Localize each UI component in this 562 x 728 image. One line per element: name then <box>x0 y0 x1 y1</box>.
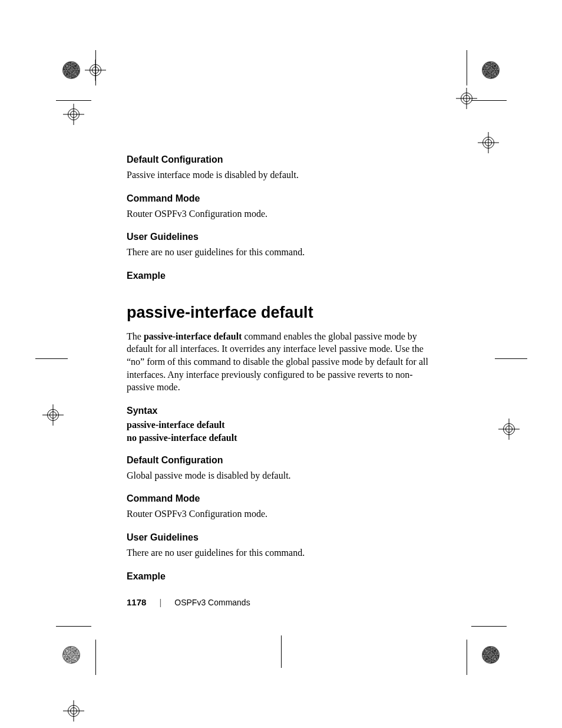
registration-mark-icon <box>67 704 81 718</box>
crop-line <box>471 100 507 101</box>
chapter-title: OSPFv3 Commands <box>174 598 250 607</box>
crop-line <box>281 635 282 668</box>
registration-mark-icon <box>502 422 516 436</box>
section-body: Global passive mode is disabled by defau… <box>127 469 436 482</box>
page-number: 1178 <box>127 597 146 607</box>
crop-line <box>467 50 467 85</box>
desc-pre: The <box>127 331 144 341</box>
registration-mark-icon <box>46 408 60 422</box>
desc-bold: passive-interface default <box>144 331 242 341</box>
registration-mark-icon <box>67 107 81 121</box>
section-body: Router OSPFv3 Configuration mode. <box>127 207 436 220</box>
command-description: The passive-interface default command en… <box>127 330 436 394</box>
section-heading-command-mode: Command Mode <box>127 493 436 504</box>
section-body: There are no user guidelines for this co… <box>127 246 436 259</box>
section-heading-default-config: Default Configuration <box>127 455 436 466</box>
section-heading-user-guidelines: User Guidelines <box>127 532 436 543</box>
registration-mark-icon <box>459 91 474 106</box>
command-title: passive-interface default <box>127 304 436 322</box>
crop-line <box>56 626 91 627</box>
section-heading-syntax: Syntax <box>127 406 436 416</box>
crop-line <box>495 358 527 359</box>
syntax-line: no passive-interface default <box>127 433 436 443</box>
footer-separator: | <box>159 597 161 607</box>
crop-line <box>95 640 96 675</box>
rosette-icon <box>62 646 80 664</box>
registration-mark-icon <box>481 136 495 150</box>
page-content: Default Configuration Passive interface … <box>127 154 436 585</box>
syntax-line: passive-interface default <box>127 420 436 430</box>
section-heading-example: Example <box>127 571 436 582</box>
section-heading-user-guidelines: User Guidelines <box>127 232 436 242</box>
rosette-icon <box>62 61 80 79</box>
crop-line <box>56 100 91 101</box>
section-body: Router OSPFv3 Configuration mode. <box>127 508 436 521</box>
section-heading-default-config: Default Configuration <box>127 154 436 165</box>
section-body: There are no user guidelines for this co… <box>127 546 436 559</box>
rosette-icon <box>482 61 500 79</box>
section-heading-example: Example <box>127 271 436 281</box>
rosette-icon <box>482 646 500 664</box>
section-heading-command-mode: Command Mode <box>127 193 436 204</box>
crop-line <box>471 626 507 627</box>
page-footer: 1178 | OSPFv3 Commands <box>127 597 250 607</box>
section-body: Passive interface mode is disabled by de… <box>127 169 436 182</box>
crop-line <box>95 50 96 85</box>
crop-line <box>467 640 467 675</box>
crop-line <box>35 358 68 359</box>
